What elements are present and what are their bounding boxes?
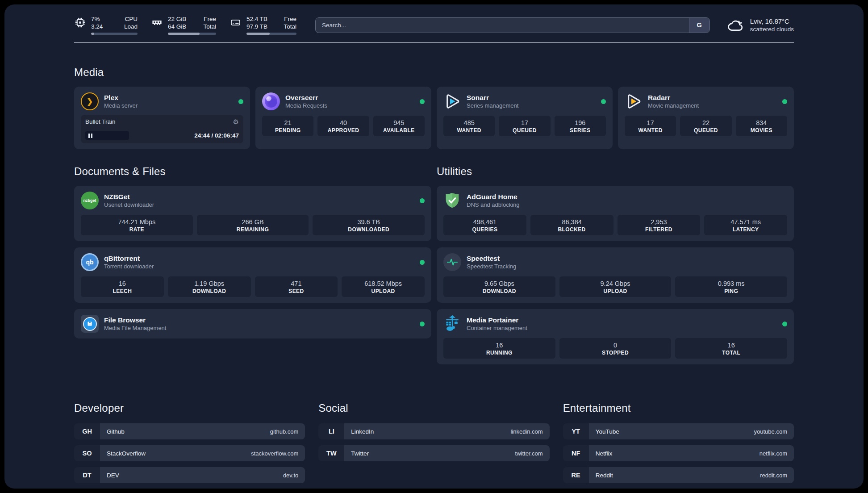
top-bar: 7% 3.24 CPU Load xyxy=(74,15,794,35)
bookmark-name: Reddit xyxy=(596,472,613,479)
overseerr-card[interactable]: Overseerr Media Requests 21 PENDING 40 A… xyxy=(255,87,431,149)
stat-label: PING xyxy=(677,288,785,294)
stat-tile: 16 LEECH xyxy=(81,276,164,297)
stat-value: 16 xyxy=(445,341,554,349)
bookmark-url: dev.to xyxy=(283,472,298,479)
now-playing-title: Bullet Train xyxy=(85,118,116,125)
plex-title: Plex xyxy=(104,93,138,102)
stat-tile: 16 RUNNING xyxy=(443,338,555,359)
stat-label: DOWNLOAD xyxy=(445,288,554,294)
filebrowser-title: File Browser xyxy=(104,316,166,324)
cpu-values: 7% 3.24 xyxy=(91,15,103,30)
qbittorrent-subtitle: Torrent downloader xyxy=(104,263,154,270)
plex-status-dot xyxy=(238,99,243,104)
bookmark-stackoverflow[interactable]: SO StackOverflow stackoverflow.com xyxy=(74,445,305,461)
stat-value: 17 xyxy=(501,119,548,127)
stat-tile: 86,384 BLOCKED xyxy=(530,215,613,235)
speedtest-card[interactable]: Speedtest Speedtest Tracking 9.65 Gbps D… xyxy=(437,247,794,303)
stat-tile: 40 APPROVED xyxy=(317,116,369,136)
search-input[interactable] xyxy=(316,22,689,29)
developer-column: Developer GH Github github.com SO StackO… xyxy=(74,402,305,483)
stat-label: RATE xyxy=(83,226,191,233)
bookmark-bar: StackOverflow stackoverflow.com xyxy=(100,445,305,461)
plex-icon: ❯ xyxy=(81,92,99,110)
disk-icon xyxy=(230,17,242,29)
search-engine-button[interactable]: G xyxy=(689,18,709,33)
bookmark-abbr: YT xyxy=(563,423,589,439)
bookmark-youtube[interactable]: YT YouTube youtube.com xyxy=(563,423,794,439)
overseerr-icon xyxy=(262,92,280,110)
sonarr-icon xyxy=(443,92,461,110)
nzbget-title: NZBGet xyxy=(104,192,154,201)
stat-label: WANTED xyxy=(445,127,493,134)
documents-column: Documents & Files nzbget NZBGet Usenet d… xyxy=(74,165,431,338)
plex-subtitle: Media server xyxy=(104,102,138,109)
plex-card[interactable]: ❯ Plex Media server Bullet Train ⚙ xyxy=(74,87,250,149)
stat-label: QUEUED xyxy=(501,127,548,134)
bookmark-reddit[interactable]: RE Reddit reddit.com xyxy=(563,467,794,483)
stat-label: STOPPED xyxy=(561,350,670,356)
stat-tile: 9.24 Gbps UPLOAD xyxy=(559,276,672,297)
stat-value: 86,384 xyxy=(532,218,612,226)
section-heading-documents: Documents & Files xyxy=(74,165,431,178)
settings-icon[interactable]: ⚙ xyxy=(233,118,239,125)
utilities-column: Utilities xyxy=(437,165,794,364)
speedtest-subtitle: Speedtest Tracking xyxy=(467,263,516,270)
entertainment-column: Entertainment YT YouTube youtube.com NF … xyxy=(563,402,794,483)
sonarr-subtitle: Series management xyxy=(467,102,518,109)
sonarr-title: Sonarr xyxy=(467,93,518,102)
stat-label: SERIES xyxy=(556,127,604,134)
overseerr-title: Overseerr xyxy=(285,93,327,102)
nzbget-card[interactable]: nzbget NZBGet Usenet downloader 744.21 M… xyxy=(74,186,431,241)
nzbget-status-dot xyxy=(420,198,425,203)
bookmark-name: StackOverflow xyxy=(107,450,146,457)
stat-value: 47.571 ms xyxy=(706,218,785,226)
bookmark-url: youtube.com xyxy=(754,428,787,435)
stat-label: REMAINING xyxy=(199,226,307,233)
plex-chevron-glyph: ❯ xyxy=(87,97,93,106)
playback-time: 24:44 / 02:06:47 xyxy=(194,132,239,139)
sonarr-card[interactable]: Sonarr Series management 485 WANTED 17 Q… xyxy=(437,87,613,149)
bookmark-abbr: GH xyxy=(74,423,100,439)
stat-label: RUNNING xyxy=(445,350,554,356)
cpu-labels: CPU Load xyxy=(124,15,138,30)
stat-value: 485 xyxy=(445,119,493,127)
bookmark-url: stackoverflow.com xyxy=(251,450,298,457)
pause-button[interactable] xyxy=(85,131,129,140)
ram-progress-bar xyxy=(168,33,216,35)
stat-label: DOWNLOADED xyxy=(314,226,423,233)
stat-tile: 16 TOTAL xyxy=(675,338,787,359)
plex-now-playing: Bullet Train ⚙ 24:44 / 02:06:47 xyxy=(81,115,243,143)
filebrowser-card[interactable]: File Browser Media File Management xyxy=(74,309,431,338)
stat-value: 498,461 xyxy=(445,218,525,226)
qbittorrent-title: qBittorrent xyxy=(104,254,154,263)
radarr-card[interactable]: Radarr Movie management 17 WANTED 22 QUE… xyxy=(618,87,794,149)
bookmark-bar: DEV dev.to xyxy=(100,467,305,483)
adguard-card[interactable]: AdGuard Home DNS and adblocking 498,461 … xyxy=(437,186,794,241)
bookmark-linkedin[interactable]: LI LinkedIn linkedin.com xyxy=(318,423,549,439)
cloud-icon xyxy=(727,17,745,33)
stat-value: 16 xyxy=(83,280,162,288)
stat-tile: 471 SEED xyxy=(255,276,338,297)
bookmark-url: reddit.com xyxy=(760,472,787,479)
stat-label: BLOCKED xyxy=(532,226,612,233)
bookmark-github[interactable]: GH Github github.com xyxy=(74,423,305,439)
bookmark-dev[interactable]: DT DEV dev.to xyxy=(74,467,305,483)
filebrowser-status-dot xyxy=(420,322,425,326)
filebrowser-icon xyxy=(81,315,99,333)
qbittorrent-card[interactable]: qb qBittorrent Torrent downloader 16 xyxy=(74,247,431,303)
topbar-divider xyxy=(74,42,794,43)
stat-value: 266 GB xyxy=(199,218,307,226)
stat-label: QUEUED xyxy=(682,127,730,134)
stat-tile: 1.19 Gbps DOWNLOAD xyxy=(168,276,251,297)
stat-value: 945 xyxy=(375,119,423,127)
stat-label: TOTAL xyxy=(677,350,785,356)
stat-value: 16 xyxy=(677,341,785,349)
stat-value: 22 xyxy=(682,119,730,127)
bookmark-url: linkedin.com xyxy=(510,428,542,435)
portainer-card[interactable]: Media Portainer Container management 16 … xyxy=(437,309,794,364)
bookmark-netflix[interactable]: NF Netflix netflix.com xyxy=(563,445,794,461)
bookmark-twitter[interactable]: TW Twitter twitter.com xyxy=(318,445,549,461)
dashboard-panel: 7% 3.24 CPU Load xyxy=(4,4,864,489)
bookmark-url: github.com xyxy=(270,428,299,435)
